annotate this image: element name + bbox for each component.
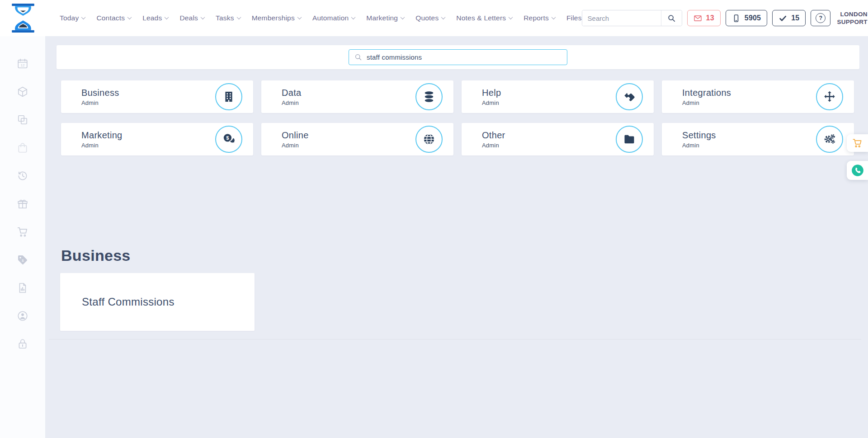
hourglass-logo-icon [9, 4, 37, 33]
chevron-down-icon [81, 15, 86, 19]
cart-icon [852, 138, 863, 148]
nav-item[interactable]: Tasks [216, 14, 241, 22]
admin-card[interactable]: Marketing Admin $ [61, 123, 253, 155]
top-bar: Today Contacts Leads Deals Tasks Members… [0, 0, 868, 36]
nav-item[interactable]: Leads [142, 14, 168, 22]
building-icon [222, 90, 235, 103]
calls-badge[interactable]: 5905 [726, 10, 767, 26]
card-icon-circle [616, 126, 643, 153]
nav-item[interactable]: Notes & Letters [456, 14, 512, 22]
admin-card[interactable]: Help Admin [462, 80, 654, 113]
search-icon [354, 53, 362, 61]
global-search [582, 10, 682, 26]
globe-icon [423, 133, 435, 146]
cart-icon [17, 226, 28, 238]
search-icon [667, 14, 676, 23]
sidebar-item[interactable] [0, 274, 45, 302]
phone-tab[interactable] [847, 161, 868, 180]
admin-card[interactable]: Data Admin [261, 80, 453, 113]
sidebar-item[interactable]: 12 [0, 50, 45, 78]
chevron-down-icon [551, 15, 556, 19]
app-logo[interactable] [9, 4, 37, 33]
tasks-badge[interactable]: 15 [772, 10, 806, 26]
sidebar-item[interactable] [0, 190, 45, 218]
chevron-down-icon [297, 15, 302, 19]
sidebar-item[interactable] [0, 78, 45, 106]
nav-item[interactable]: Reports [524, 14, 555, 22]
admin-card[interactable]: Online Admin [261, 123, 453, 155]
nav-item[interactable]: Today [60, 14, 85, 22]
card-icon-circle [816, 126, 843, 153]
price-tag-icon: $ [17, 254, 28, 266]
module-search-input[interactable] [367, 53, 561, 61]
history-icon [17, 170, 28, 182]
nav-item[interactable]: Deals [179, 14, 204, 22]
svg-text:12: 12 [20, 63, 25, 67]
admin-card-grid: Business Admin Data Admin Help Admin Int… [61, 80, 854, 155]
messages-badge[interactable]: 13 [687, 10, 721, 26]
nav-item[interactable]: Memberships [252, 14, 301, 22]
global-search-input[interactable] [582, 10, 661, 26]
module-search-box [349, 49, 567, 65]
copy-icon [17, 114, 28, 126]
admin-card[interactable]: Settings Admin [662, 123, 854, 155]
svg-text:$: $ [226, 135, 229, 141]
calendar-icon: 12 [17, 58, 28, 70]
cube-icon [17, 86, 28, 98]
search-results: Staff Commissions [60, 273, 255, 331]
sidebar-item[interactable]: $ [0, 246, 45, 274]
badge-group: 13 5905 15 [687, 10, 806, 26]
question-icon: ? [816, 13, 826, 23]
search-result-card[interactable]: Staff Commissions [60, 273, 255, 331]
sidebar-item[interactable] [0, 162, 45, 190]
handshake-icon [623, 90, 636, 103]
sidebar: 12 $ [0, 36, 45, 438]
chevron-down-icon [441, 15, 446, 19]
chevron-down-icon [509, 15, 513, 19]
chevron-down-icon [236, 15, 241, 19]
sidebar-item[interactable] [0, 218, 45, 246]
nav-item[interactable]: Automation [312, 14, 355, 22]
sidebar-item[interactable] [0, 134, 45, 162]
sidebar-item[interactable] [0, 106, 45, 134]
chevron-down-icon [165, 15, 169, 19]
card-icon-circle [215, 83, 242, 110]
nav-item[interactable]: Marketing [366, 14, 404, 22]
account-icon [17, 310, 28, 322]
lock-icon [17, 338, 28, 350]
nav-item[interactable]: Files [566, 14, 582, 22]
top-right-controls: 13 5905 15 ? LONDON SUPPORT [582, 8, 868, 28]
report-icon [17, 282, 28, 294]
user-name: LONDON SUPPORT [837, 10, 867, 26]
card-icon-circle [616, 83, 643, 110]
card-icon-circle [415, 126, 443, 153]
check-icon [778, 14, 787, 23]
database-icon [423, 90, 435, 103]
chevron-down-icon [401, 15, 405, 19]
main-nav: Today Contacts Leads Deals Tasks Members… [60, 14, 582, 22]
chevron-down-icon [351, 15, 356, 19]
gift-icon [17, 198, 28, 210]
nav-item[interactable]: Quotes [415, 14, 445, 22]
shopping-bag-icon [17, 142, 28, 154]
chevron-down-icon [127, 15, 132, 19]
move-arrows-icon [823, 90, 836, 103]
comments-dollar-icon: $ [222, 133, 235, 146]
nav-item[interactable]: Contacts [96, 14, 131, 22]
section-heading: Business [61, 247, 131, 264]
sidebar-item[interactable] [0, 302, 45, 330]
admin-card[interactable]: Other Admin [462, 123, 654, 155]
help-button[interactable]: ? [811, 10, 830, 26]
sidebar-item[interactable] [0, 330, 45, 358]
chevron-down-icon [201, 15, 205, 19]
admin-card[interactable]: Business Admin [61, 80, 253, 113]
folder-icon [623, 133, 636, 146]
card-icon-circle [415, 83, 443, 110]
admin-card[interactable]: Integrations Admin [662, 80, 854, 113]
search-submit-button[interactable] [661, 10, 682, 26]
card-icon-circle [816, 83, 843, 110]
mobile-icon [732, 14, 741, 23]
cart-tab[interactable] [847, 134, 868, 152]
module-search-bar [57, 45, 859, 69]
gears-icon [823, 133, 836, 146]
